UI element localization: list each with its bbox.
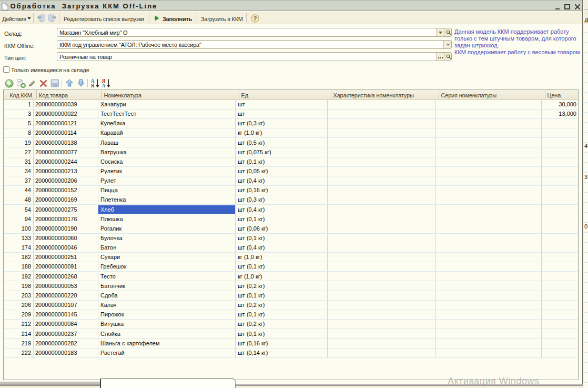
svg-text:?: ? bbox=[254, 15, 257, 22]
svg-text:ОК: ОК bbox=[53, 84, 58, 87]
